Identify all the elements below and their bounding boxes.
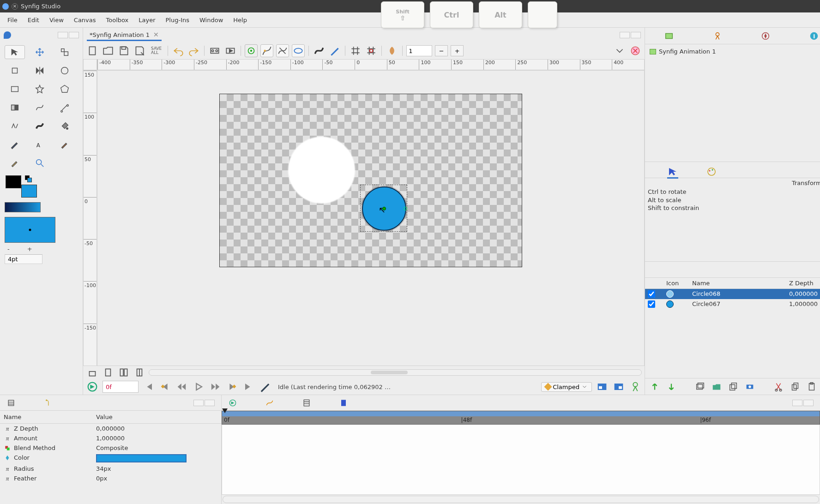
snap-handle-toggle[interactable]: [260, 44, 273, 57]
tool-zoom[interactable]: [30, 156, 50, 170]
loop-button[interactable]: [259, 380, 271, 393]
snap-width-toggle[interactable]: [292, 44, 305, 57]
layer-visibility-checkbox[interactable]: [648, 300, 655, 308]
new-file-button[interactable]: [86, 44, 99, 57]
layer-circle067-shape[interactable]: [288, 137, 355, 204]
menu-plugins[interactable]: Plug-Ins: [161, 15, 194, 25]
zoom-out-button[interactable]: −: [435, 45, 448, 56]
save-file-button[interactable]: [117, 44, 130, 57]
play-button[interactable]: [192, 380, 205, 393]
menu-window[interactable]: Window: [195, 15, 228, 25]
canvases-tab-icon[interactable]: [664, 31, 674, 41]
layer-lower-button[interactable]: [666, 382, 676, 392]
layer-visibility-checkbox[interactable]: [648, 290, 655, 298]
menu-layer[interactable]: Layer: [134, 15, 160, 25]
tool-bone[interactable]: [54, 101, 75, 114]
viewport-lock-button[interactable]: [86, 366, 99, 379]
zoom-in-button[interactable]: +: [451, 45, 464, 56]
layer-row[interactable]: Circle067 1,000000: [645, 299, 820, 309]
param-row[interactable]: πFeather0px: [0, 474, 221, 483]
origin-handle[interactable]: [382, 207, 386, 210]
palette-tab[interactable]: [706, 168, 717, 179]
horizontal-scrollbar[interactable]: [149, 369, 642, 376]
layer-cut-button[interactable]: [773, 382, 784, 392]
tool-scale[interactable]: [54, 45, 75, 59]
viewport-nav2-button[interactable]: [117, 366, 130, 379]
menu-toolbox[interactable]: Toolbox: [102, 15, 133, 25]
vertical-ruler[interactable]: 150100500-50-100-150: [83, 70, 97, 366]
save-as-button[interactable]: [133, 44, 146, 57]
window-close-button[interactable]: ✕: [12, 3, 18, 10]
zoom-input[interactable]: [406, 45, 432, 56]
tool-brush[interactable]: [54, 138, 75, 151]
grid-toggle[interactable]: [349, 44, 362, 57]
canvas-viewport[interactable]: ↖: [97, 70, 645, 366]
keyframe-lock-future[interactable]: [612, 380, 625, 393]
viewport-nav1-button[interactable]: [102, 366, 115, 379]
zoom-menu-dropdown[interactable]: [613, 44, 626, 57]
low-res-button[interactable]: [313, 44, 326, 57]
gradient-swatch[interactable]: [5, 202, 41, 212]
timeline-ruler[interactable]: 0f |48f |96f: [222, 411, 820, 425]
tool-text[interactable]: A: [30, 138, 50, 151]
param-row[interactable]: Blend MethodComposite: [0, 443, 221, 453]
tool-draw[interactable]: [5, 138, 25, 151]
timetrack-tab-icon[interactable]: [228, 398, 237, 408]
keyframes-tab-icon[interactable]: [302, 398, 311, 408]
layer-new-button[interactable]: [695, 382, 705, 392]
tool-spline[interactable]: [30, 101, 50, 114]
tool-eyedrop[interactable]: [5, 156, 25, 170]
dock-handle[interactable]: [58, 32, 79, 38]
seek-last-button[interactable]: [242, 380, 255, 393]
layer-row[interactable]: Circle068 0,000000: [645, 289, 820, 299]
dock-handle[interactable]: [792, 400, 814, 406]
seek-first-button[interactable]: [142, 380, 155, 393]
onion-skin-button[interactable]: [386, 44, 398, 57]
tool-rectangle[interactable]: [5, 82, 25, 96]
param-row[interactable]: πAmount1,000000: [0, 433, 221, 443]
current-time-input[interactable]: [102, 381, 139, 393]
brush-size-value[interactable]: 4pt: [5, 254, 42, 264]
keyframe-lock-past[interactable]: [596, 380, 609, 393]
metadata-tab-icon[interactable]: [339, 398, 348, 408]
dock-handle[interactable]: [620, 32, 641, 38]
tool-mirror[interactable]: [30, 64, 50, 78]
brush-increase[interactable]: +: [27, 246, 32, 252]
seek-prev-key-button[interactable]: [159, 380, 172, 393]
param-row[interactable]: Color: [0, 453, 221, 464]
menu-view[interactable]: View: [45, 15, 68, 25]
param-color-value[interactable]: [96, 454, 187, 462]
canvas-list-item[interactable]: Synfig Animation 1: [650, 47, 820, 56]
layer-duplicate-button[interactable]: [728, 382, 738, 392]
params-tab-icon[interactable]: [6, 398, 16, 408]
render-button[interactable]: [208, 44, 221, 57]
seek-next-key-button[interactable]: [225, 380, 238, 393]
tool-rotate[interactable]: [5, 64, 25, 78]
dock-handle[interactable]: [193, 400, 215, 406]
animate-edit-toggle[interactable]: [629, 380, 642, 393]
brush-decrease[interactable]: -: [7, 246, 10, 252]
menu-help[interactable]: Help: [229, 15, 252, 25]
open-file-button[interactable]: [102, 44, 115, 57]
navigator-tab-icon[interactable]: [760, 31, 771, 41]
seek-next-frame-button[interactable]: [209, 380, 222, 393]
radius-handle[interactable]: [404, 207, 407, 210]
tool-circle[interactable]: [54, 64, 75, 78]
close-tab-icon[interactable]: ✕: [153, 31, 159, 38]
timeline-body[interactable]: [222, 425, 820, 495]
tool-star[interactable]: [30, 82, 50, 96]
sketch-button[interactable]: [328, 44, 341, 57]
curves-tab-icon[interactable]: [265, 398, 274, 408]
menu-edit[interactable]: Edit: [23, 15, 44, 25]
info-tab-icon[interactable]: i: [809, 31, 819, 41]
tool-gradient[interactable]: [5, 101, 25, 114]
tool-width[interactable]: [30, 119, 50, 133]
default-interpolation-dropdown[interactable]: Clamped: [541, 382, 592, 392]
layer-encapsulate-button[interactable]: [745, 382, 755, 392]
tool-polygon[interactable]: [54, 82, 75, 96]
layer-paste-button[interactable]: [807, 382, 817, 392]
redo-button[interactable]: [187, 44, 200, 57]
library-tab-icon[interactable]: [43, 398, 53, 408]
onion-toggle[interactable]: [245, 44, 258, 57]
tool-options-tab[interactable]: [667, 168, 678, 179]
